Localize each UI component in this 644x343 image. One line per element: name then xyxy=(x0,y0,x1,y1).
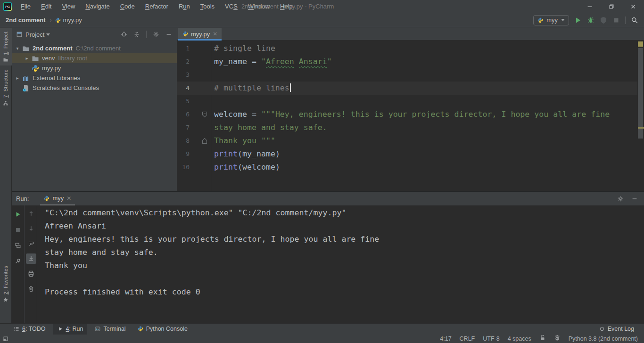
pin-button[interactable] xyxy=(13,256,23,266)
coverage-button[interactable] xyxy=(600,16,607,24)
tree-collapsed-arrow-icon[interactable]: ▸ xyxy=(22,56,32,61)
breadcrumb-chevron-icon: › xyxy=(50,17,52,24)
inspection-status-indicator[interactable] xyxy=(638,41,643,47)
stop-button[interactable] xyxy=(13,225,23,235)
search-everywhere-button[interactable] xyxy=(631,16,638,24)
locate-file-button[interactable] xyxy=(121,31,127,38)
print-button[interactable] xyxy=(26,269,36,279)
menu-file[interactable]: File xyxy=(16,0,36,13)
toolwindow-button-label: 6: TODO xyxy=(22,326,46,332)
hector-status-button[interactable] xyxy=(554,335,561,343)
run-tool-window: Run: myy ✕ "C:\2nd comment\venv\Scripts\… xyxy=(12,191,644,323)
tree-collapsed-arrow-icon[interactable]: ▸ xyxy=(13,75,22,81)
breadcrumb-project[interactable]: 2nd comment xyxy=(6,16,46,24)
tab-close-icon[interactable]: ✕ xyxy=(213,31,217,37)
fold-end-icon[interactable] xyxy=(202,138,207,144)
fold-start-icon[interactable] xyxy=(202,111,207,118)
tree-item-label: 2nd comment xyxy=(33,45,73,52)
editor-scrollbar[interactable] xyxy=(638,48,643,139)
maximize-button[interactable] xyxy=(601,0,622,13)
project-panel-title[interactable]: Project xyxy=(25,31,44,38)
tree-item-venv[interactable]: ▸venvlibrary root xyxy=(12,53,177,63)
minimize-icon xyxy=(586,3,593,10)
tree-item-external-libraries[interactable]: ▸External Libraries xyxy=(12,73,177,83)
menu-code[interactable]: Code xyxy=(115,0,140,13)
run-play-icon xyxy=(58,326,63,332)
toolwindow-button-event-log[interactable]: Event Log xyxy=(595,324,638,335)
status-item-utf8[interactable]: UTF-8 xyxy=(483,335,499,342)
run-console-output[interactable]: "C:\2nd comment\venv\Scripts\python.exe"… xyxy=(45,206,644,323)
tree-item-label: venv xyxy=(42,55,55,62)
chevron-down-icon xyxy=(561,19,565,21)
run-tab-myy[interactable]: myy ✕ xyxy=(40,192,75,205)
down-stack-button[interactable] xyxy=(26,223,36,234)
toolwindow-button-4--run[interactable]: 4: Run xyxy=(53,324,88,335)
line-number: 4 xyxy=(177,82,190,95)
tree-item-scratches-and-consoles[interactable]: Scratches and Consoles xyxy=(12,83,177,93)
hide-panel-button[interactable] xyxy=(631,196,638,202)
menu-vcs[interactable]: VCS xyxy=(220,0,243,13)
menu-tools[interactable]: Tools xyxy=(195,0,220,13)
tree-expanded-arrow-icon[interactable]: ▾ xyxy=(13,46,22,51)
toolwindow-button-6--todo[interactable]: 6: TODO xyxy=(9,324,50,335)
lock-status-button[interactable] xyxy=(539,335,546,343)
stripe-tab-favorites[interactable]: 2: Favorites xyxy=(0,262,12,305)
scrollbar-warning-mark[interactable] xyxy=(638,127,644,129)
tree-item-hint: library root xyxy=(58,55,87,62)
code-token: (welcome) xyxy=(238,163,280,172)
menu-edit[interactable]: Edit xyxy=(36,0,57,13)
gear-button[interactable] xyxy=(153,31,159,38)
toolwindow-switcher-button[interactable] xyxy=(2,335,9,342)
menu-view[interactable]: View xyxy=(57,0,80,13)
scratches-icon xyxy=(22,84,30,92)
collapse-all-button[interactable] xyxy=(133,31,140,38)
editor-pane: myy.py ✕ 1# single line2my_name = "Afree… xyxy=(177,28,644,191)
status-interpreter[interactable]: Python 3.8 (2nd comment) xyxy=(569,335,638,342)
code-token: my_name = xyxy=(214,57,261,66)
stripe-tab-project[interactable]: 1: Project xyxy=(0,28,12,65)
run-configuration-select[interactable]: myy xyxy=(533,15,569,25)
tree-item-2nd-comment[interactable]: ▾2nd commentC:\2nd comment xyxy=(12,43,177,53)
status-item-417[interactable]: 4:17 xyxy=(440,335,451,342)
line-number: 5 xyxy=(177,95,190,108)
pycharm-logo-icon: PC xyxy=(3,2,12,11)
status-item-crlf[interactable]: CRLF xyxy=(460,335,475,342)
run-toolbar: myy xyxy=(533,15,644,25)
stripe-tab-structure[interactable]: 7: Structure xyxy=(0,65,12,108)
toolwindow-button-python-console[interactable]: Python Console xyxy=(133,324,192,335)
console-line: "C:\2nd comment\venv\Scripts\python.exe"… xyxy=(45,206,644,220)
breadcrumb-file[interactable]: myy.py xyxy=(63,16,82,24)
toolwindow-button-terminal[interactable]: Terminal xyxy=(91,324,130,335)
scroll-end-button[interactable] xyxy=(26,253,36,264)
tree-item-myy-py[interactable]: myy.py xyxy=(12,63,177,73)
code-editor[interactable]: 1# single line2my_name = "Afreen Ansari"… xyxy=(177,41,644,191)
code-token: print xyxy=(214,149,238,158)
clear-button[interactable] xyxy=(26,284,36,294)
status-item-4spaces[interactable]: 4 spaces xyxy=(508,335,531,342)
upper-area: Project ▾2nd commentC:\2nd comment▸venvl… xyxy=(12,28,644,191)
menu-navigate[interactable]: Navigate xyxy=(80,0,115,13)
restore-layout-button[interactable] xyxy=(13,240,23,251)
minimize-button[interactable] xyxy=(579,0,601,13)
run-panel-header: Run: myy ✕ xyxy=(12,192,644,205)
print-icon xyxy=(28,270,34,277)
hide-panel-button[interactable] xyxy=(165,31,172,38)
code-line-1: # single line xyxy=(214,42,275,55)
toolwindow-button-label: Python Console xyxy=(146,326,188,332)
debug-button[interactable] xyxy=(587,16,594,24)
editor-tab-myy[interactable]: myy.py ✕ xyxy=(178,28,222,40)
soft-wrap-button[interactable] xyxy=(26,238,36,249)
stop-button[interactable] xyxy=(612,16,620,24)
close-button[interactable] xyxy=(622,0,644,13)
run-button[interactable] xyxy=(574,16,582,24)
menu-refactor[interactable]: Refactor xyxy=(140,0,173,13)
tab-close-icon[interactable]: ✕ xyxy=(66,196,71,201)
up-stack-button[interactable] xyxy=(26,208,36,219)
structure-stripe-icon xyxy=(3,100,8,106)
gear-button[interactable] xyxy=(617,196,624,202)
menu-run[interactable]: Run xyxy=(173,0,195,13)
console-line: stay home and stay safe. xyxy=(45,246,644,259)
project-panel-header-icons xyxy=(121,31,172,38)
rerun-button[interactable] xyxy=(13,209,23,220)
code-line-7: stay home and stay safe. xyxy=(214,121,327,134)
